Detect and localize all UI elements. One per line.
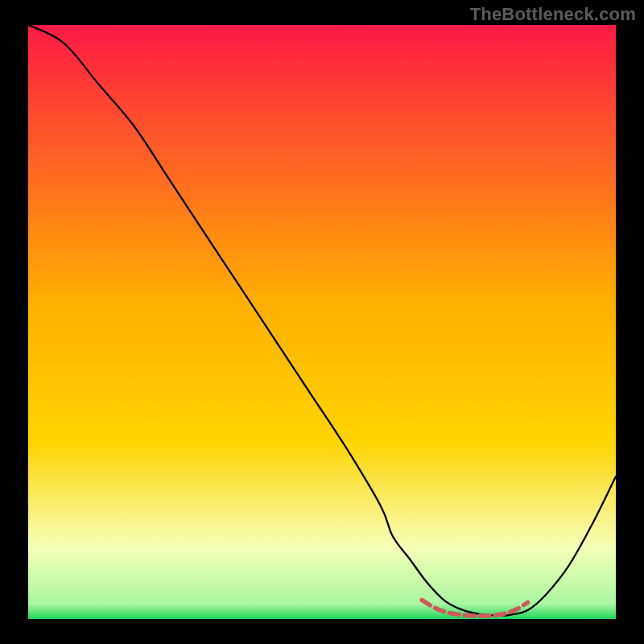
gradient-background [28,25,616,619]
watermark-text: TheBottleneck.com [470,4,636,25]
chart-frame: TheBottleneck.com [0,0,644,644]
chart-svg [0,0,644,644]
